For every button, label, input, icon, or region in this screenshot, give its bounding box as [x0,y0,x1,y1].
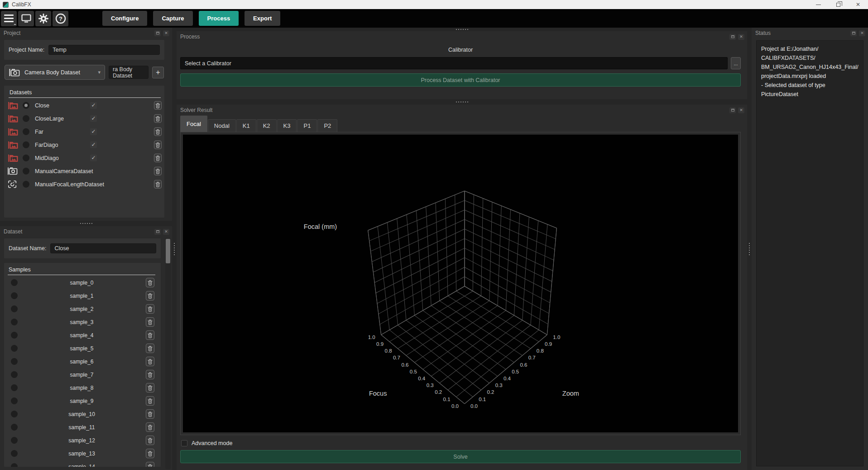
delete-dataset-button[interactable] [154,127,162,136]
delete-sample-button[interactable] [146,357,154,366]
sample-row[interactable]: sample_0 [7,276,156,289]
dataset-radio[interactable] [23,102,29,109]
tab-k1[interactable]: K1 [236,119,256,132]
dataset-radio[interactable] [23,128,29,135]
delete-sample-button[interactable] [146,278,154,287]
sample-radio[interactable] [11,279,18,286]
dataset-row[interactable]: FarDiago ✓ [8,138,162,151]
delete-sample-button[interactable] [146,396,154,406]
delete-sample-button[interactable] [146,462,154,467]
window-restore-button[interactable] [828,0,848,9]
sample-row[interactable]: sample_5 [7,342,156,355]
solver-float-button[interactable] [729,107,736,113]
delete-sample-button[interactable] [146,330,154,340]
tab-p1[interactable]: P1 [297,119,317,132]
dataset-close-button[interactable]: ✕ [163,229,169,235]
delete-sample-button[interactable] [146,422,154,432]
process-dataset-button[interactable]: Process Dataset with Calibrator [180,73,741,87]
sample-row[interactable]: sample_1 [7,289,156,302]
delete-dataset-button[interactable] [154,114,162,123]
sample-row[interactable]: sample_9 [7,394,156,407]
delete-dataset-button[interactable] [154,154,162,162]
tab-p2[interactable]: P2 [317,119,337,132]
dock-handle[interactable] [177,28,747,31]
sample-row[interactable]: sample_7 [7,368,156,381]
solver-3d-plot[interactable]: 0.00.10.20.30.40.50.60.70.80.91.00.00.10… [183,135,738,432]
tab-process[interactable]: Process [199,11,239,26]
dataset-radio[interactable] [23,141,29,148]
sample-radio[interactable] [11,424,18,431]
delete-sample-button[interactable] [146,304,154,314]
dataset-radio[interactable] [23,168,29,174]
sample-radio[interactable] [11,450,18,457]
status-close-button[interactable]: ✕ [859,30,865,36]
tab-configure[interactable]: Configure [102,11,147,26]
horizontal-splitter[interactable] [0,221,172,226]
delete-dataset-button[interactable] [154,101,162,110]
sample-radio[interactable] [11,332,18,339]
delete-sample-button[interactable] [146,409,154,419]
dataset-row[interactable]: Far ✓ [8,125,162,138]
process-close-button[interactable]: ✕ [738,34,744,40]
dataset-checkbox[interactable]: ✓ [90,115,97,122]
delete-sample-button[interactable] [146,344,154,353]
solve-button[interactable]: Solve [180,450,741,463]
sample-row[interactable]: sample_13 [7,447,156,460]
delete-sample-button[interactable] [146,317,154,327]
delete-sample-button[interactable] [146,449,154,458]
scrollbar-thumb[interactable] [166,239,170,263]
sample-radio[interactable] [11,305,18,312]
project-close-button[interactable]: ✕ [163,30,169,36]
delete-sample-button[interactable] [146,383,154,392]
vertical-splitter[interactable] [172,28,177,470]
delete-sample-button[interactable] [146,370,154,379]
sample-radio[interactable] [11,358,18,365]
sample-radio[interactable] [11,384,18,391]
delete-dataset-button[interactable] [154,167,162,175]
menu-button[interactable] [1,11,17,26]
samples-scrollbar[interactable] [165,238,171,469]
sample-row[interactable]: sample_4 [7,329,156,342]
tab-nodal[interactable]: Nodal [208,119,236,132]
sample-radio[interactable] [11,345,18,352]
project-name-input[interactable]: Temp [48,45,160,55]
sample-radio[interactable] [11,292,18,299]
dataset-radio[interactable] [23,181,29,188]
sample-radio[interactable] [11,319,18,325]
vertical-splitter[interactable] [747,28,752,470]
browse-calibrator-button[interactable]: ... [731,57,741,69]
new-dataset-name-input[interactable]: ra Body Dataset [109,66,149,79]
sample-row[interactable]: sample_11 [7,421,156,434]
sample-radio[interactable] [11,437,18,444]
sample-row[interactable]: sample_10 [7,407,156,421]
dataset-checkbox[interactable]: ✓ [90,128,97,135]
dataset-radio[interactable] [23,155,29,161]
sample-row[interactable]: sample_6 [7,355,156,368]
advanced-mode-checkbox[interactable] [181,440,187,446]
sample-radio[interactable] [11,397,18,404]
dataset-checkbox[interactable]: ✓ [90,102,97,109]
window-close-button[interactable]: ✕ [848,0,868,9]
help-button[interactable]: ? [53,11,68,26]
dataset-name-input[interactable]: Close [50,243,156,253]
window-minimize-button[interactable] [808,0,828,9]
tab-export[interactable]: Export [245,11,280,26]
dataset-row[interactable]: ManualFocalLengthDataset ✓ [8,178,162,191]
dataset-radio[interactable] [23,115,29,122]
tab-k3[interactable]: K3 [277,119,297,132]
dataset-checkbox[interactable]: ✓ [90,141,97,148]
sample-row[interactable]: sample_14 [7,460,156,467]
dataset-row[interactable]: MidDiago ✓ [8,151,162,165]
settings-button[interactable] [35,11,51,26]
delete-sample-button[interactable] [146,436,154,445]
delete-sample-button[interactable] [146,291,154,300]
dataset-type-dropdown[interactable]: Camera Body Dataset ▾ [5,65,105,80]
sample-radio[interactable] [11,463,18,467]
display-button[interactable] [18,11,34,26]
sample-row[interactable]: sample_2 [7,302,156,315]
tab-focal[interactable]: Focal [180,116,207,132]
dataset-float-button[interactable] [154,229,161,235]
sample-row[interactable]: sample_12 [7,434,156,447]
dataset-row[interactable]: Close ✓ [8,99,162,112]
delete-dataset-button[interactable] [154,141,162,149]
